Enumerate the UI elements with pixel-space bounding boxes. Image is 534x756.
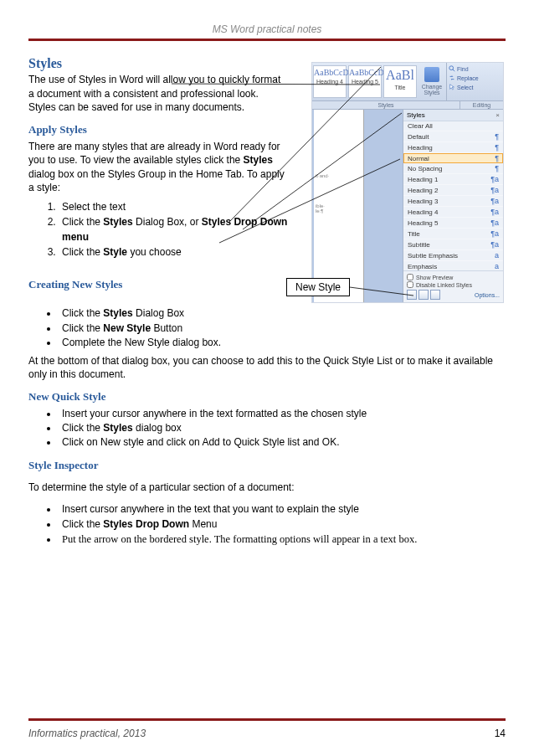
style-list[interactable]: Clear AllDefault¶Heading¶Normal¶No Spaci… [403,121,503,270]
word-styles-screenshot: AaBbCcDdHeading 4 AaBbCcDdEHeading 5 AaB… [311,62,504,303]
list-item: Select the text [59,200,293,214]
find-icon [449,65,455,72]
style-list-item[interactable]: Title¶a [403,229,503,239]
list-item: Click the Styles Dialog Box [59,306,506,321]
style-list-item[interactable]: Clear All [403,121,503,131]
footer-rule [28,718,506,721]
ribbon-group-labels: Styles Editing [312,101,503,110]
style-list-item[interactable]: Heading¶ [403,142,503,153]
close-icon[interactable]: × [495,111,500,119]
new-style-button[interactable] [407,290,417,300]
inspector-intro: To determine the style of a particular s… [28,481,506,495]
list-item: Put the arrow on the bordered style. The… [59,532,506,547]
list-item: Click the Styles Dialog Box, or Styles D… [59,215,293,244]
style-list-item[interactable]: Heading 1¶a [403,174,503,185]
list-item: Insert cursor anywhere in the text that … [59,502,506,517]
list-item: Click on New style and click on Add to Q… [59,435,506,450]
style-swatch-heading4[interactable]: AaBbCcDdHeading 4 [313,65,347,98]
heading-new-quick-style: New Quick Style [28,390,506,404]
style-list-item[interactable]: Heading 4¶a [403,207,503,218]
heading-style-inspector: Style Inspector [28,459,506,472]
styles-task-pane: Styles × Clear AllDefault¶Heading¶Normal… [403,110,503,302]
list-item: Click the Styles Drop Down Menu [59,517,506,532]
list-item: Insert your cursor anywhere in the text … [59,407,506,421]
style-list-item[interactable]: No Spacing¶ [403,163,503,174]
style-list-item[interactable]: Heading 2¶a [403,185,503,196]
change-styles-icon [424,67,439,82]
apply-intro: There are many styles that are already i… [28,140,288,195]
pane-header: Styles × [403,110,503,121]
list-item: Click the Style you choose [59,245,293,260]
new-style-callout-label: New Style [286,278,350,296]
page-number: 14 [495,728,506,739]
ribbon-styles-group: AaBbCcDdHeading 4 AaBbCcDdEHeading 5 AaB… [312,63,503,101]
replace-icon [449,75,455,81]
pane-title: Styles [407,111,425,119]
page-footer: Informatics practical, 2013 14 [28,728,506,739]
find-button[interactable]: Find [449,65,488,72]
quick-bullets: Insert your cursor anywhere in the text … [59,407,506,450]
list-item: Click the Styles dialog box [59,421,506,435]
style-list-item[interactable]: Emphasisa [403,261,503,270]
pane-footer: Show Preview Disable Linked Styles Optio… [403,270,503,302]
cursor-icon [449,84,455,90]
document-page: it·and· ible· le:¶ [314,110,364,302]
style-list-item[interactable]: Normal¶ [403,153,503,163]
document-area: it·and· ible· le:¶ Styles × Clear AllDef… [312,110,503,302]
style-list-item[interactable]: Default¶ [403,131,503,142]
select-button[interactable]: Select [449,84,488,90]
style-swatch-title[interactable]: AaBlTitle [383,65,417,98]
list-item: Complete the New Style dialog box. [59,336,506,350]
svg-line-1 [453,69,454,71]
inspector-bullets: Insert cursor anywhere in the text that … [59,502,506,547]
create-tail: At the bottom of that dialog box, you ca… [28,354,506,382]
style-list-item[interactable]: Subtitle¶a [403,239,503,250]
style-inspector-button[interactable] [418,290,429,300]
style-list-item[interactable]: Heading 3¶a [403,196,503,207]
change-styles-button[interactable]: Change Styles [418,65,445,98]
disable-linked-checkbox[interactable]: Disable Linked Styles [407,281,500,288]
show-preview-checkbox[interactable]: Show Preview [407,274,500,280]
header-rule [28,39,506,41]
ribbon-editing-group: Find Replace Select [446,63,490,100]
create-bullets: Click the Styles Dialog Box Click the Ne… [59,306,506,350]
list-item: Click the New Style Button [59,321,506,336]
page-header: MS Word practical notes [28,23,506,39]
manage-styles-button[interactable] [430,290,440,300]
replace-button[interactable]: Replace [449,75,488,81]
footer-text: Informatics practical, 2013 [28,728,146,739]
apply-steps-list: Select the text Click the Styles Dialog … [59,200,293,260]
style-list-item[interactable]: Subtle Emphasisa [403,250,503,261]
style-list-item[interactable]: Heading 5¶a [403,218,503,229]
styles-intro: The use of Styles in Word will allow you… [28,73,288,115]
style-swatch-heading5[interactable]: AaBbCcDdEHeading 5 [348,65,382,98]
options-link[interactable]: Options... [475,292,500,298]
